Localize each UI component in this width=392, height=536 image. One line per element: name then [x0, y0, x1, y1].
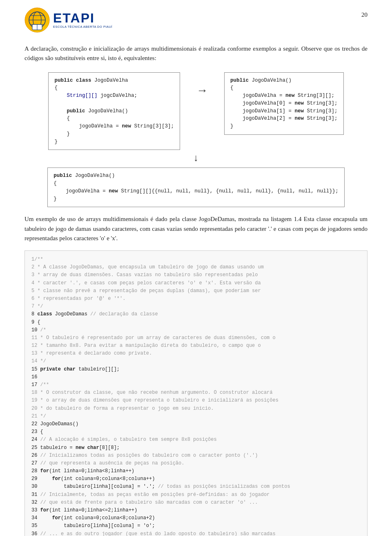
diagram-top-row: public class JogoDaVelha { String[][] jo…: [24, 72, 368, 150]
para2: Um exemplo de uso de arrays multidimensi…: [24, 214, 368, 243]
logo-etapi-text: ETAPI: [53, 11, 95, 25]
page-container: ETAPI ESCOLA TÉCNICA ABERTA DO PIAUÍ 20 …: [0, 0, 392, 536]
code-box-bottom: public JogoDaVelha() { jogoDaVelha = new…: [47, 168, 345, 207]
arrow-down-icon: ↓: [24, 152, 368, 163]
body-text-example: Um exemplo de uso de arrays multidimensi…: [24, 214, 368, 243]
code-listing: 1/** 2 * A classe JogoDeDamas, que encap…: [24, 250, 368, 536]
header: ETAPI ESCOLA TÉCNICA ABERTA DO PIAUÍ 20: [24, 0, 368, 37]
logo-wrapper: ETAPI ESCOLA TÉCNICA ABERTA DO PIAUÍ: [24, 7, 112, 33]
logo-icon: [24, 7, 50, 33]
logo-area: ETAPI ESCOLA TÉCNICA ABERTA DO PIAUÍ: [24, 7, 112, 33]
arrow-right-icon: →: [196, 72, 208, 97]
para1: A declaração, construção e inicialização…: [24, 44, 368, 63]
diagram-bottom-row: public JogoDaVelha() { jogoDaVelha = new…: [24, 168, 368, 207]
code-diagram: public class JogoDaVelha { String[][] jo…: [24, 72, 368, 208]
logo-subtitle-text: ESCOLA TÉCNICA ABERTA DO PIAUÍ: [53, 25, 112, 29]
logo-text-block: ETAPI ESCOLA TÉCNICA ABERTA DO PIAUÍ: [53, 11, 112, 29]
page-number: 20: [361, 7, 368, 18]
code-box-left: public class JogoDaVelha { String[][] jo…: [48, 72, 180, 150]
body-text-intro: A declaração, construção e inicialização…: [24, 44, 368, 63]
code-box-right: public JogoDaVelha() { jogoDaVelha = new…: [224, 72, 344, 135]
